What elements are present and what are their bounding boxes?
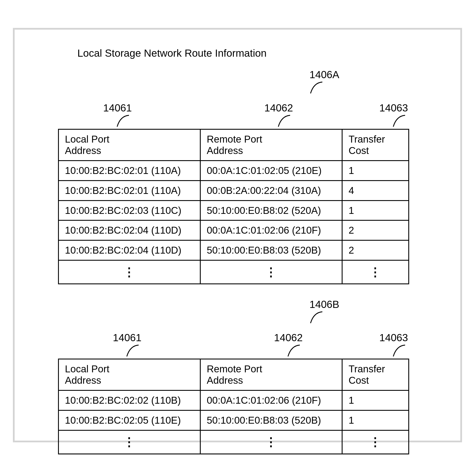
col-header-remote-port: Remote PortAddress [200,129,342,161]
cell-transfer-cost: 4 [342,181,409,201]
ellipsis-cell: ⋮ [342,430,409,454]
cell-remote-port: 00:0A:1C:01:02:06 (210F) [200,220,342,240]
cell-remote-port: 50:10:00:E0:B8:03 (520B) [200,240,342,260]
cell-remote-port: 00:0B:2A:00:22:04 (310A) [200,181,342,201]
page-root: Local Storage Network Route Information … [0,0,476,455]
table-row: 10:00:B2:BC:02:04 (110D) 50:10:00:E0:B8:… [58,240,409,260]
header-text: Local PortAddress [65,363,109,386]
cell-local-port: 10:00:B2:BC:02:04 (110D) [58,240,200,260]
header-text: TransferCost [349,134,385,156]
header-text: Remote PortAddress [207,363,262,386]
table-b-col1-ref-label: 14061 [113,332,142,344]
cell-remote-port: 50:10:00:E0:B8:03 (520B) [200,410,342,430]
table-row: 10:00:B2:BC:02:01 (110A) 00:0B:2A:00:22:… [58,181,409,201]
cell-transfer-cost: 2 [342,240,409,260]
cell-remote-port: 50:10:00:E0:B8:02 (520A) [200,201,342,220]
table-b-figref-label: 1406B [309,299,339,310]
header-text: Remote PortAddress [207,134,262,156]
cell-transfer-cost: 1 [342,410,409,430]
ellipsis-cell: ⋮ [58,430,200,454]
cell-local-port: 10:00:B2:BC:02:04 (110D) [58,220,200,240]
route-table-a: Local PortAddress Remote PortAddress Tra… [58,129,409,284]
table-a-col1-ref-label: 14061 [103,102,132,114]
route-table-b: Local PortAddress Remote PortAddress Tra… [58,358,409,454]
cell-transfer-cost: 1 [342,161,409,181]
ellipsis-cell: ⋮ [342,260,409,284]
ellipsis-cell: ⋮ [200,430,342,454]
ellipsis-cell: ⋮ [58,260,200,284]
cell-local-port: 10:00:B2:BC:02:05 (110E) [58,410,200,430]
col-header-local-port: Local PortAddress [58,359,200,390]
cell-transfer-cost: 2 [342,220,409,240]
col-header-remote-port: Remote PortAddress [200,359,342,390]
table-row-ellipsis: ⋮ ⋮ ⋮ [58,430,409,454]
cell-local-port: 10:00:B2:BC:02:02 (110B) [58,390,200,410]
cell-remote-port: 00:0A:1C:01:02:06 (210F) [200,390,342,410]
col-header-transfer-cost: TransferCost [342,359,409,390]
cell-local-port: 10:00:B2:BC:02:01 (110A) [58,181,200,201]
cell-local-port: 10:00:B2:BC:02:01 (110A) [58,161,200,181]
table-header-row: Local PortAddress Remote PortAddress Tra… [58,129,409,161]
table-row: 10:00:B2:BC:02:04 (110D) 00:0A:1C:01:02:… [58,220,409,240]
ellipsis-cell: ⋮ [200,260,342,284]
col-header-local-port: Local PortAddress [58,129,200,161]
table-row-ellipsis: ⋮ ⋮ ⋮ [58,260,409,284]
table-row: 10:00:B2:BC:02:01 (110A) 00:0A:1C:01:02:… [58,161,409,181]
table-header-row: Local PortAddress Remote PortAddress Tra… [58,359,409,390]
header-text: TransferCost [349,363,385,386]
cell-transfer-cost: 1 [342,390,409,410]
table-b-col2-ref-label: 14062 [274,332,303,344]
table-a-col3-ref-label: 14063 [379,102,408,114]
cell-transfer-cost: 1 [342,201,409,220]
cell-local-port: 10:00:B2:BC:02:03 (110C) [58,201,200,220]
table-a-col2-ref-label: 14062 [264,102,293,114]
table-row: 10:00:B2:BC:02:05 (110E) 50:10:00:E0:B8:… [58,410,409,430]
table-a-figref-label: 1406A [309,69,339,81]
table-row: 10:00:B2:BC:02:03 (110C) 50:10:00:E0:B8:… [58,201,409,220]
table-b-col3-ref-label: 14063 [379,332,408,344]
col-header-transfer-cost: TransferCost [342,129,409,161]
page-title: Local Storage Network Route Information [77,47,267,59]
table-row: 10:00:B2:BC:02:02 (110B) 00:0A:1C:01:02:… [58,390,409,410]
cell-remote-port: 00:0A:1C:01:02:05 (210E) [200,161,342,181]
header-text: Local PortAddress [65,134,109,156]
